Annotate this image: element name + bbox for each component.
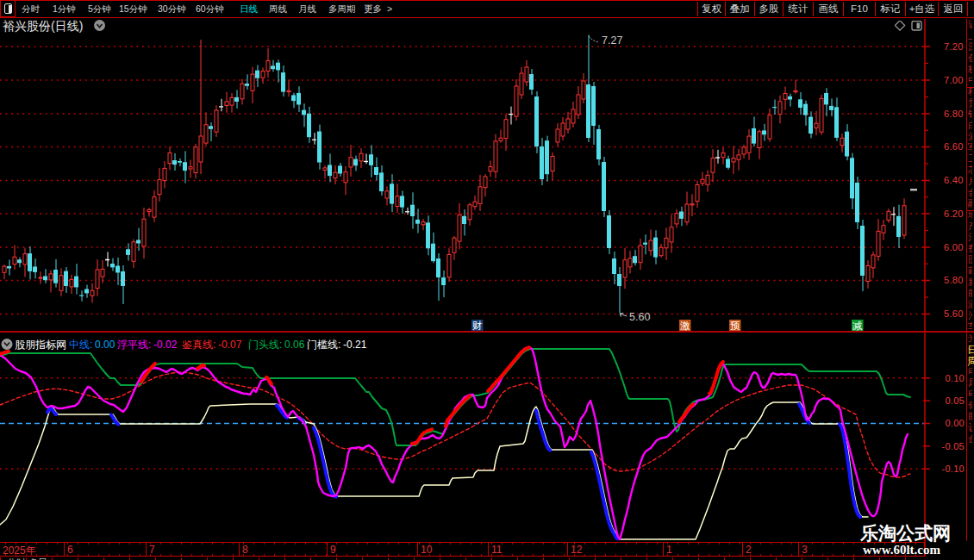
svg-text:0.05: 0.05 bbox=[945, 395, 965, 406]
svg-text:-0.02: -0.02 bbox=[153, 339, 178, 351]
svg-text:0.10: 0.10 bbox=[945, 373, 965, 383]
svg-text:-0.07: -0.07 bbox=[218, 339, 242, 351]
svg-text:7.20: 7.20 bbox=[944, 41, 964, 52]
svg-text:中线:: 中线: bbox=[69, 339, 92, 351]
svg-text:6.80: 6.80 bbox=[944, 109, 964, 119]
svg-text:股朋指标网: 股朋指标网 bbox=[15, 339, 66, 351]
svg-text:门槛线:: 门槛线: bbox=[307, 339, 340, 351]
svg-text:6.00: 6.00 bbox=[944, 242, 964, 252]
svg-text:0.06: 0.06 bbox=[284, 339, 305, 351]
svg-text:5.60: 5.60 bbox=[629, 311, 650, 323]
svg-text:6.60: 6.60 bbox=[944, 141, 964, 152]
svg-text:0.00: 0.00 bbox=[945, 418, 965, 428]
svg-text:-0.10: -0.10 bbox=[941, 464, 965, 474]
svg-text:财: 财 bbox=[472, 320, 483, 331]
svg-text:-0.21: -0.21 bbox=[343, 339, 367, 351]
svg-text:-0.05: -0.05 bbox=[941, 441, 965, 451]
svg-text:0.00: 0.00 bbox=[95, 339, 116, 351]
svg-text:浮平线:: 浮平线: bbox=[117, 339, 151, 351]
svg-text:预: 预 bbox=[730, 320, 740, 331]
svg-text:5.60: 5.60 bbox=[944, 308, 964, 319]
svg-text:5.80: 5.80 bbox=[944, 275, 964, 285]
svg-text:6.40: 6.40 bbox=[944, 175, 964, 185]
svg-text:激: 激 bbox=[680, 320, 690, 331]
svg-text:门头线:: 门头线: bbox=[248, 339, 282, 351]
svg-text:7.00: 7.00 bbox=[944, 75, 964, 85]
svg-text:7.27: 7.27 bbox=[602, 34, 622, 47]
svg-text:减: 减 bbox=[852, 320, 863, 331]
svg-text:6.20: 6.20 bbox=[944, 208, 964, 219]
svg-text:鉴真线:: 鉴真线: bbox=[182, 339, 215, 351]
